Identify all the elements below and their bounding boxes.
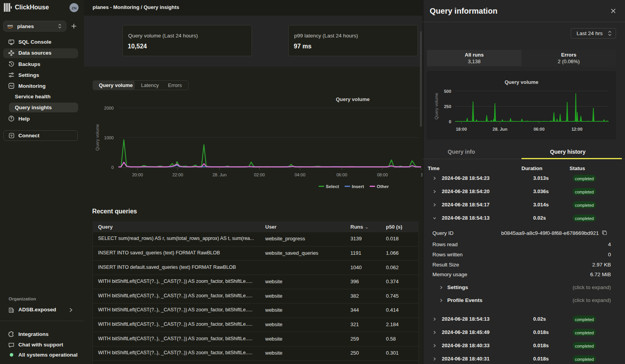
svg-text:02:00: 02:00 <box>254 172 265 177</box>
svg-text:04:00: 04:00 <box>295 172 305 177</box>
svg-text:Query volume: Query volume <box>434 93 439 119</box>
svg-text:2000: 2000 <box>104 106 114 110</box>
svg-text:06:00: 06:00 <box>534 127 545 131</box>
svg-text:250: 250 <box>444 104 451 109</box>
svg-text:1000: 1000 <box>104 135 114 140</box>
svg-text:28. Jun: 28. Jun <box>212 172 227 177</box>
svg-text:500: 500 <box>444 89 451 94</box>
svg-text:Insert: Insert <box>352 184 364 189</box>
svg-text:Query volume: Query volume <box>95 124 100 151</box>
svg-text:aws: aws <box>7 24 13 27</box>
svg-text:22:00: 22:00 <box>172 172 183 177</box>
svg-text:Select: Select <box>326 184 339 189</box>
svg-text:0: 0 <box>111 165 114 170</box>
svg-text:Query volume: Query volume <box>336 96 370 102</box>
svg-text:12:00: 12:00 <box>571 127 582 131</box>
svg-text:06:00: 06:00 <box>336 172 347 177</box>
svg-text:0: 0 <box>449 119 451 124</box>
svg-text:Query volume: Query volume <box>505 79 539 85</box>
svg-text:20:00: 20:00 <box>132 172 143 177</box>
svg-text:08:00: 08:00 <box>377 172 388 177</box>
svg-text:28. Jun: 28. Jun <box>493 127 507 131</box>
svg-text:Other: Other <box>377 184 389 189</box>
svg-text:18:00: 18:00 <box>456 127 467 131</box>
